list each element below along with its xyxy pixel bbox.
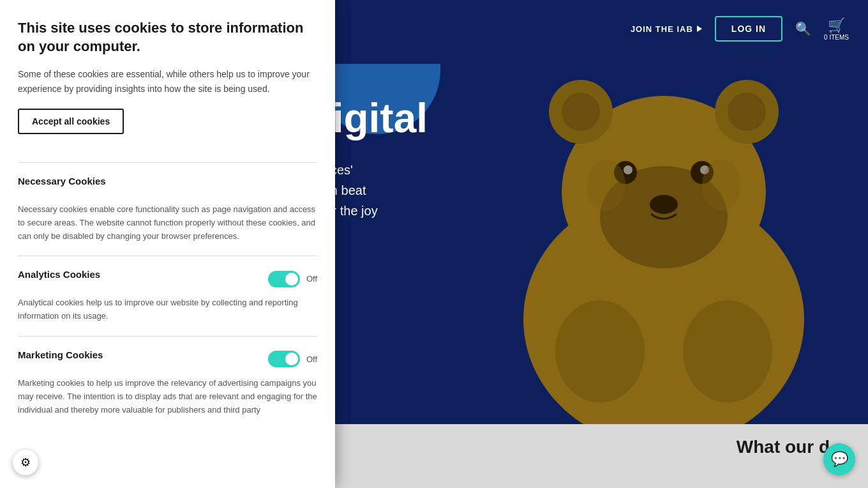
necessary-cookies-description: Necessary cookies enable core functional… [18,203,317,243]
bear-image [421,0,868,434]
divider [18,162,317,163]
marketing-toggle-label: Off [306,355,317,364]
marketing-toggle-container: Off [268,351,317,367]
nav-right: JOIN THE IAB LOG IN 🔍 🛒 0 ITEMS [631,16,849,42]
svg-point-5 [728,93,766,131]
analytics-cookies-section: Analytics Cookies Off Analytical cookies… [18,269,317,323]
chat-button[interactable]: 💬 [823,443,855,475]
login-button[interactable]: LOG IN [715,16,782,42]
cart-button[interactable]: 🛒 0 ITEMS [824,17,849,41]
cart-icon: 🛒 [828,17,845,34]
cookie-panel-title: This site uses cookies to store informat… [18,19,317,56]
arrow-right-icon [697,26,702,32]
svg-point-9 [624,165,632,174]
svg-point-11 [650,195,678,214]
search-icon[interactable]: 🔍 [795,21,811,36]
analytics-toggle-label: Off [306,274,317,284]
toggle-knob [285,353,298,365]
necessary-cookies-section: Necessary Cookies Necessary cookies enab… [18,176,317,243]
svg-point-14 [555,300,645,402]
cookie-panel-description: Some of these cookies are essential, whi… [18,67,317,96]
cart-count: 0 ITEMS [824,34,849,41]
marketing-cookies-header: Marketing Cookies Off [18,349,317,369]
divider [18,336,317,337]
analytics-toggle[interactable] [268,271,300,287]
cookie-consent-panel: This site uses cookies to store informat… [0,0,335,488]
analytics-cookies-title: Analytics Cookies [18,269,100,280]
toggle-knob [285,273,298,286]
marketing-toggle[interactable] [268,351,300,367]
gear-icon: ⚙ [20,455,31,469]
accept-all-cookies-button[interactable]: Accept all cookies [18,109,124,134]
svg-point-4 [562,93,600,131]
divider [18,255,317,256]
marketing-cookies-description: Marketing cookies to help us improve the… [18,377,317,416]
join-iab-button[interactable]: JOIN THE IAB [631,24,702,34]
bottom-heading: What our d [737,437,830,457]
marketing-cookies-title: Marketing Cookies [18,349,103,360]
analytics-cookies-header: Analytics Cookies Off [18,269,317,289]
svg-point-13 [702,160,740,211]
analytics-toggle-container: Off [268,271,317,287]
settings-button[interactable]: ⚙ [13,450,38,475]
necessary-cookies-header: Necessary Cookies [18,176,317,195]
analytics-cookies-description: Analytical cookies help us to improve ou… [18,296,317,323]
svg-point-12 [587,160,625,211]
marketing-cookies-section: Marketing Cookies Off Marketing cookies … [18,349,317,416]
chat-icon: 💬 [831,451,848,468]
necessary-cookies-title: Necessary Cookies [18,176,106,187]
svg-point-15 [683,300,772,402]
